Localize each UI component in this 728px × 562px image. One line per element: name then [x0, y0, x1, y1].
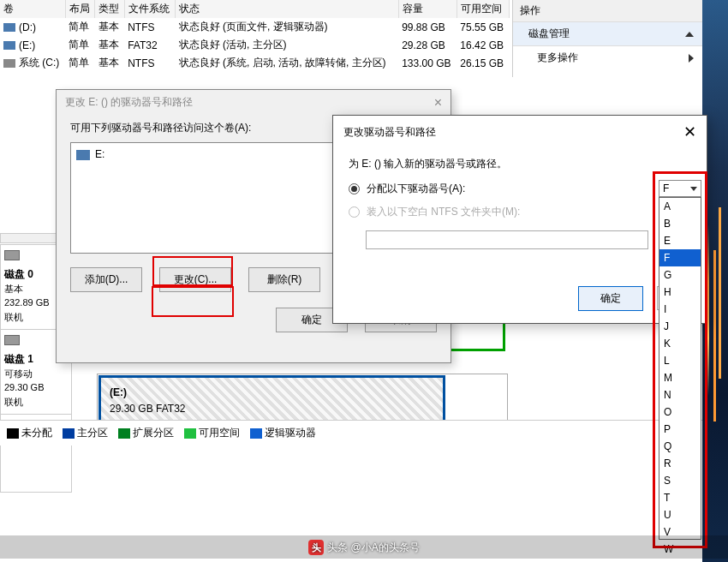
- chevron-up-icon: [685, 32, 694, 37]
- disk-icon: [4, 335, 20, 345]
- dropdown-option[interactable]: A: [659, 198, 701, 215]
- drive-letter-select[interactable]: F: [659, 180, 701, 197]
- actions-disk-mgmt[interactable]: 磁盘管理: [513, 22, 702, 46]
- assign-letter-dialog: 更改驱动器号和路径 ✕ 为 E: () 输入新的驱动器号或路径。 分配以下驱动器…: [332, 115, 707, 324]
- watermark: 头头条 @小A的头条号: [0, 535, 728, 559]
- legend: 未分配主分区扩展分区可用空间逻辑驱动器: [0, 420, 702, 445]
- add-button[interactable]: 添加(D)...: [70, 267, 142, 292]
- actions-more[interactable]: 更多操作: [513, 46, 702, 69]
- volume-icon: [3, 59, 15, 68]
- column-header[interactable]: 状态: [176, 0, 399, 18]
- legend-item: 主分区: [63, 426, 108, 440]
- table-row[interactable]: (D:)简单基本NTFS状态良好 (页面文件, 逻辑驱动器)99.88 GB75…: [0, 18, 510, 36]
- partition-label: (E:): [110, 386, 127, 398]
- dropdown-option[interactable]: N: [659, 386, 701, 404]
- column-header[interactable]: 容量: [398, 0, 456, 18]
- legend-swatch: [7, 428, 19, 439]
- legend-swatch: [118, 428, 130, 439]
- dropdown-option[interactable]: I: [659, 301, 701, 318]
- chevron-right-icon: [689, 54, 694, 63]
- mount-path-input: [366, 230, 648, 249]
- dropdown-option[interactable]: P: [659, 421, 701, 438]
- dropdown-option[interactable]: O: [659, 404, 701, 421]
- label-assign-letter: 分配以下驱动器号(A):: [367, 182, 465, 196]
- dialog1-title: 更改 E: () 的驱动器号和路径: [65, 95, 193, 111]
- legend-item: 可用空间: [184, 426, 240, 440]
- drive-icon: [76, 150, 90, 160]
- volume-icon: [3, 41, 15, 50]
- drive-letter-dropdown[interactable]: ABEFGHIJKLMNOPQRSTUVWXY: [659, 197, 701, 540]
- column-header[interactable]: 文件系统: [124, 0, 175, 18]
- column-header[interactable]: 卷: [0, 0, 65, 18]
- dropdown-option[interactable]: S: [659, 472, 701, 489]
- volume-icon: [3, 23, 15, 32]
- dropdown-option[interactable]: H: [659, 284, 701, 301]
- toutiao-logo-icon: 头: [308, 540, 324, 555]
- radio-mount-folder[interactable]: [349, 206, 360, 218]
- legend-item: 逻辑驱动器: [250, 426, 316, 440]
- dialog2-title: 更改驱动器号和路径: [343, 125, 436, 140]
- legend-swatch: [250, 428, 262, 439]
- column-header[interactable]: 类型: [95, 0, 124, 18]
- drive-letter-value: F: [663, 182, 669, 194]
- dropdown-option[interactable]: B: [659, 215, 701, 232]
- dropdown-option[interactable]: F: [659, 249, 701, 266]
- change-button[interactable]: 更改(C)...: [159, 267, 231, 292]
- legend-item: 扩展分区: [118, 426, 174, 440]
- actions-panel: 操作 磁盘管理 更多操作: [512, 0, 702, 77]
- volume-table[interactable]: 卷布局类型文件系统状态容量可用空间 (D:)简单基本NTFS状态良好 (页面文件…: [0, 0, 510, 72]
- dropdown-option[interactable]: L: [659, 352, 701, 369]
- close-icon[interactable]: ✕: [683, 123, 696, 141]
- dropdown-option[interactable]: K: [659, 335, 701, 352]
- dropdown-option[interactable]: T: [659, 489, 701, 506]
- legend-item: 未分配: [7, 426, 52, 440]
- dropdown-option[interactable]: G: [659, 266, 701, 284]
- dropdown-option[interactable]: Q: [659, 438, 701, 455]
- dropdown-option[interactable]: U: [659, 506, 701, 523]
- actions-header: 操作: [513, 0, 702, 22]
- table-row[interactable]: 系统 (C:)简单基本NTFS状态良好 (系统, 启动, 活动, 故障转储, 主…: [0, 54, 510, 72]
- legend-swatch: [63, 428, 75, 439]
- dropdown-option[interactable]: J: [659, 318, 701, 335]
- column-header[interactable]: 可用空间: [456, 0, 509, 18]
- chevron-down-icon: [690, 187, 697, 191]
- ok-button[interactable]: 确定: [578, 286, 643, 311]
- column-header[interactable]: 布局: [65, 0, 94, 18]
- legend-swatch: [184, 428, 196, 439]
- remove-button[interactable]: 删除(R): [248, 267, 320, 292]
- dropdown-option[interactable]: R: [659, 455, 701, 472]
- table-row[interactable]: (E:)简单基本FAT32状态良好 (活动, 主分区)29.28 GB16.42…: [0, 36, 510, 54]
- label-mount-folder: 装入以下空白 NTFS 文件夹中(M):: [367, 205, 520, 219]
- radio-assign-letter[interactable]: [349, 183, 360, 194]
- disk-icon: [4, 250, 20, 260]
- dropdown-option[interactable]: M: [659, 369, 701, 386]
- close-icon[interactable]: ×: [434, 95, 442, 111]
- dialog2-prompt: 为 E: () 输入新的驱动器号或路径。: [349, 157, 691, 171]
- dropdown-option[interactable]: E: [659, 232, 701, 249]
- partition-size: 29.30 GB FAT32: [110, 403, 186, 415]
